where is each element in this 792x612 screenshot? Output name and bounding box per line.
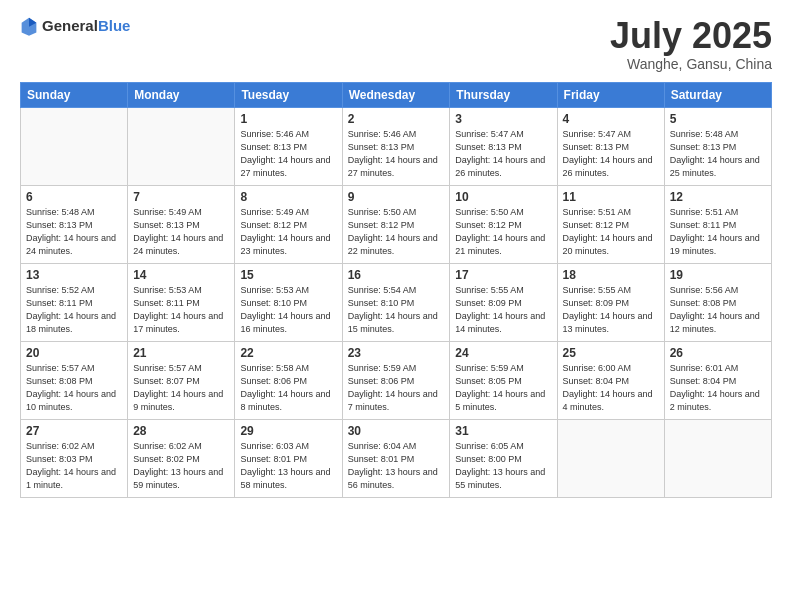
day-info: Sunrise: 5:58 AM Sunset: 8:06 PM Dayligh… — [240, 362, 336, 414]
day-number: 9 — [348, 190, 445, 204]
table-row: 19Sunrise: 5:56 AM Sunset: 8:08 PM Dayli… — [664, 263, 771, 341]
table-row: 7Sunrise: 5:49 AM Sunset: 8:13 PM Daylig… — [128, 185, 235, 263]
day-info: Sunrise: 6:01 AM Sunset: 8:04 PM Dayligh… — [670, 362, 766, 414]
day-number: 2 — [348, 112, 445, 126]
calendar-header-row: Sunday Monday Tuesday Wednesday Thursday… — [21, 82, 772, 107]
day-info: Sunrise: 6:02 AM Sunset: 8:02 PM Dayligh… — [133, 440, 229, 492]
day-info: Sunrise: 5:59 AM Sunset: 8:06 PM Dayligh… — [348, 362, 445, 414]
logo: GeneralBlue — [20, 16, 130, 36]
table-row — [128, 107, 235, 185]
day-info: Sunrise: 5:46 AM Sunset: 8:13 PM Dayligh… — [240, 128, 336, 180]
table-row: 26Sunrise: 6:01 AM Sunset: 8:04 PM Dayli… — [664, 341, 771, 419]
day-info: Sunrise: 5:55 AM Sunset: 8:09 PM Dayligh… — [563, 284, 659, 336]
day-info: Sunrise: 5:54 AM Sunset: 8:10 PM Dayligh… — [348, 284, 445, 336]
day-number: 19 — [670, 268, 766, 282]
table-row: 25Sunrise: 6:00 AM Sunset: 8:04 PM Dayli… — [557, 341, 664, 419]
calendar-week-row: 13Sunrise: 5:52 AM Sunset: 8:11 PM Dayli… — [21, 263, 772, 341]
day-info: Sunrise: 5:57 AM Sunset: 8:07 PM Dayligh… — [133, 362, 229, 414]
calendar-week-row: 20Sunrise: 5:57 AM Sunset: 8:08 PM Dayli… — [21, 341, 772, 419]
day-number: 29 — [240, 424, 336, 438]
day-number: 3 — [455, 112, 551, 126]
table-row: 18Sunrise: 5:55 AM Sunset: 8:09 PM Dayli… — [557, 263, 664, 341]
table-row: 13Sunrise: 5:52 AM Sunset: 8:11 PM Dayli… — [21, 263, 128, 341]
table-row: 1Sunrise: 5:46 AM Sunset: 8:13 PM Daylig… — [235, 107, 342, 185]
table-row: 21Sunrise: 5:57 AM Sunset: 8:07 PM Dayli… — [128, 341, 235, 419]
col-friday: Friday — [557, 82, 664, 107]
table-row: 4Sunrise: 5:47 AM Sunset: 8:13 PM Daylig… — [557, 107, 664, 185]
day-number: 16 — [348, 268, 445, 282]
day-info: Sunrise: 5:51 AM Sunset: 8:11 PM Dayligh… — [670, 206, 766, 258]
day-number: 27 — [26, 424, 122, 438]
day-info: Sunrise: 5:59 AM Sunset: 8:05 PM Dayligh… — [455, 362, 551, 414]
table-row: 22Sunrise: 5:58 AM Sunset: 8:06 PM Dayli… — [235, 341, 342, 419]
day-info: Sunrise: 5:55 AM Sunset: 8:09 PM Dayligh… — [455, 284, 551, 336]
title-block: July 2025 Wanghe, Gansu, China — [610, 16, 772, 72]
calendar-table: Sunday Monday Tuesday Wednesday Thursday… — [20, 82, 772, 498]
day-number: 4 — [563, 112, 659, 126]
day-number: 26 — [670, 346, 766, 360]
col-saturday: Saturday — [664, 82, 771, 107]
day-info: Sunrise: 5:52 AM Sunset: 8:11 PM Dayligh… — [26, 284, 122, 336]
day-number: 8 — [240, 190, 336, 204]
table-row: 31Sunrise: 6:05 AM Sunset: 8:00 PM Dayli… — [450, 419, 557, 497]
table-row — [664, 419, 771, 497]
calendar-week-row: 6Sunrise: 5:48 AM Sunset: 8:13 PM Daylig… — [21, 185, 772, 263]
day-number: 17 — [455, 268, 551, 282]
calendar-title: July 2025 — [610, 16, 772, 56]
table-row: 8Sunrise: 5:49 AM Sunset: 8:12 PM Daylig… — [235, 185, 342, 263]
table-row: 14Sunrise: 5:53 AM Sunset: 8:11 PM Dayli… — [128, 263, 235, 341]
table-row: 16Sunrise: 5:54 AM Sunset: 8:10 PM Dayli… — [342, 263, 450, 341]
table-row: 23Sunrise: 5:59 AM Sunset: 8:06 PM Dayli… — [342, 341, 450, 419]
table-row: 12Sunrise: 5:51 AM Sunset: 8:11 PM Dayli… — [664, 185, 771, 263]
day-info: Sunrise: 5:51 AM Sunset: 8:12 PM Dayligh… — [563, 206, 659, 258]
day-number: 24 — [455, 346, 551, 360]
day-info: Sunrise: 5:53 AM Sunset: 8:10 PM Dayligh… — [240, 284, 336, 336]
day-number: 12 — [670, 190, 766, 204]
day-info: Sunrise: 5:48 AM Sunset: 8:13 PM Dayligh… — [26, 206, 122, 258]
day-number: 25 — [563, 346, 659, 360]
day-number: 13 — [26, 268, 122, 282]
table-row: 27Sunrise: 6:02 AM Sunset: 8:03 PM Dayli… — [21, 419, 128, 497]
day-number: 11 — [563, 190, 659, 204]
day-number: 30 — [348, 424, 445, 438]
table-row — [557, 419, 664, 497]
day-info: Sunrise: 5:49 AM Sunset: 8:13 PM Dayligh… — [133, 206, 229, 258]
day-info: Sunrise: 6:04 AM Sunset: 8:01 PM Dayligh… — [348, 440, 445, 492]
table-row — [21, 107, 128, 185]
calendar-week-row: 27Sunrise: 6:02 AM Sunset: 8:03 PM Dayli… — [21, 419, 772, 497]
day-info: Sunrise: 5:49 AM Sunset: 8:12 PM Dayligh… — [240, 206, 336, 258]
day-info: Sunrise: 5:50 AM Sunset: 8:12 PM Dayligh… — [455, 206, 551, 258]
table-row: 29Sunrise: 6:03 AM Sunset: 8:01 PM Dayli… — [235, 419, 342, 497]
day-info: Sunrise: 5:47 AM Sunset: 8:13 PM Dayligh… — [563, 128, 659, 180]
day-number: 14 — [133, 268, 229, 282]
day-number: 15 — [240, 268, 336, 282]
col-sunday: Sunday — [21, 82, 128, 107]
day-number: 7 — [133, 190, 229, 204]
table-row: 24Sunrise: 5:59 AM Sunset: 8:05 PM Dayli… — [450, 341, 557, 419]
day-number: 21 — [133, 346, 229, 360]
day-info: Sunrise: 5:46 AM Sunset: 8:13 PM Dayligh… — [348, 128, 445, 180]
day-info: Sunrise: 5:50 AM Sunset: 8:12 PM Dayligh… — [348, 206, 445, 258]
day-number: 22 — [240, 346, 336, 360]
day-info: Sunrise: 5:57 AM Sunset: 8:08 PM Dayligh… — [26, 362, 122, 414]
day-info: Sunrise: 5:53 AM Sunset: 8:11 PM Dayligh… — [133, 284, 229, 336]
table-row: 3Sunrise: 5:47 AM Sunset: 8:13 PM Daylig… — [450, 107, 557, 185]
table-row: 10Sunrise: 5:50 AM Sunset: 8:12 PM Dayli… — [450, 185, 557, 263]
day-number: 1 — [240, 112, 336, 126]
table-row: 11Sunrise: 5:51 AM Sunset: 8:12 PM Dayli… — [557, 185, 664, 263]
logo-text-blue: Blue — [98, 18, 131, 35]
day-number: 5 — [670, 112, 766, 126]
day-info: Sunrise: 6:02 AM Sunset: 8:03 PM Dayligh… — [26, 440, 122, 492]
col-thursday: Thursday — [450, 82, 557, 107]
day-number: 18 — [563, 268, 659, 282]
table-row: 17Sunrise: 5:55 AM Sunset: 8:09 PM Dayli… — [450, 263, 557, 341]
day-info: Sunrise: 5:56 AM Sunset: 8:08 PM Dayligh… — [670, 284, 766, 336]
table-row: 2Sunrise: 5:46 AM Sunset: 8:13 PM Daylig… — [342, 107, 450, 185]
table-row: 6Sunrise: 5:48 AM Sunset: 8:13 PM Daylig… — [21, 185, 128, 263]
page-header: GeneralBlue July 2025 Wanghe, Gansu, Chi… — [20, 16, 772, 72]
day-info: Sunrise: 6:00 AM Sunset: 8:04 PM Dayligh… — [563, 362, 659, 414]
table-row: 28Sunrise: 6:02 AM Sunset: 8:02 PM Dayli… — [128, 419, 235, 497]
day-number: 20 — [26, 346, 122, 360]
col-monday: Monday — [128, 82, 235, 107]
table-row: 15Sunrise: 5:53 AM Sunset: 8:10 PM Dayli… — [235, 263, 342, 341]
